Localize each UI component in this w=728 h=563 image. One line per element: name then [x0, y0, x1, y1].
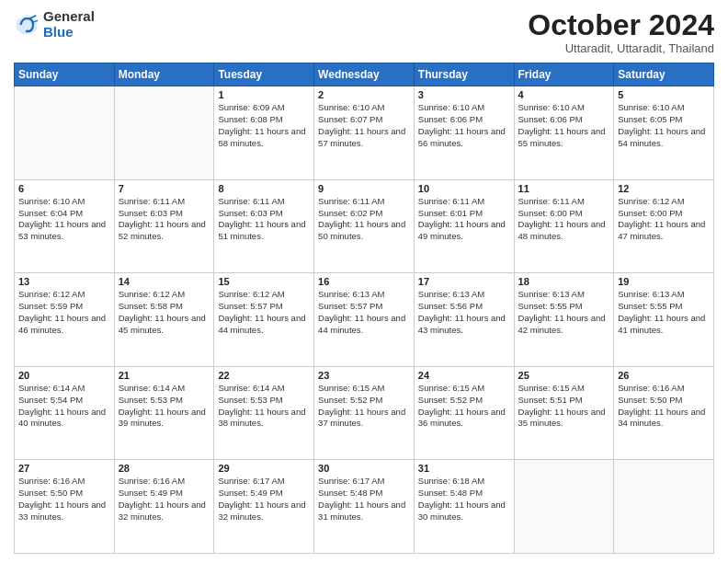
day-number: 25 — [518, 370, 610, 381]
day-info: Sunrise: 6:12 AMSunset: 5:59 PMDaylight:… — [18, 289, 110, 336]
day-number: 12 — [618, 183, 710, 194]
day-number: 28 — [119, 463, 210, 474]
logo-general-text: General — [43, 9, 95, 25]
day-number: 20 — [18, 370, 110, 381]
day-number: 18 — [518, 276, 610, 287]
day-number: 15 — [218, 276, 310, 287]
table-row: 25Sunrise: 6:15 AMSunset: 5:51 PMDayligh… — [514, 366, 614, 460]
day-number: 30 — [318, 463, 410, 474]
day-info: Sunrise: 6:17 AMSunset: 5:48 PMDaylight:… — [318, 476, 410, 523]
table-row: 3Sunrise: 6:10 AMSunset: 6:06 PMDaylight… — [414, 86, 514, 180]
table-row: 27Sunrise: 6:16 AMSunset: 5:50 PMDayligh… — [15, 460, 115, 554]
table-row: 22Sunrise: 6:14 AMSunset: 5:53 PMDayligh… — [214, 366, 314, 460]
header-monday: Monday — [114, 63, 214, 86]
table-row — [614, 460, 714, 554]
calendar-week-row: 27Sunrise: 6:16 AMSunset: 5:50 PMDayligh… — [15, 460, 714, 554]
day-number: 26 — [618, 370, 710, 381]
logo-blue-text: Blue — [43, 25, 95, 40]
table-row: 18Sunrise: 6:13 AMSunset: 5:55 PMDayligh… — [514, 273, 614, 367]
calendar-table: Sunday Monday Tuesday Wednesday Thursday… — [14, 63, 714, 554]
table-row: 4Sunrise: 6:10 AMSunset: 6:06 PMDaylight… — [514, 86, 614, 180]
day-number: 24 — [418, 370, 510, 381]
table-row: 11Sunrise: 6:11 AMSunset: 6:00 PMDayligh… — [514, 179, 614, 273]
table-row: 19Sunrise: 6:13 AMSunset: 5:55 PMDayligh… — [614, 273, 714, 367]
table-row: 23Sunrise: 6:15 AMSunset: 5:52 PMDayligh… — [314, 366, 415, 460]
day-number: 29 — [218, 463, 310, 474]
day-number: 14 — [119, 276, 210, 287]
day-number: 10 — [418, 183, 510, 194]
day-info: Sunrise: 6:10 AMSunset: 6:07 PMDaylight:… — [318, 102, 410, 149]
table-row: 7Sunrise: 6:11 AMSunset: 6:03 PMDaylight… — [114, 179, 214, 273]
day-info: Sunrise: 6:14 AMSunset: 5:54 PMDaylight:… — [18, 383, 110, 430]
day-number: 9 — [318, 183, 410, 194]
table-row: 1Sunrise: 6:09 AMSunset: 6:08 PMDaylight… — [214, 86, 314, 180]
table-row: 8Sunrise: 6:11 AMSunset: 6:03 PMDaylight… — [214, 179, 314, 273]
day-number: 13 — [18, 276, 110, 287]
day-number: 27 — [18, 463, 110, 474]
page: General Blue October 2024 Uttaradit, Utt… — [0, 0, 728, 563]
table-row: 26Sunrise: 6:16 AMSunset: 5:50 PMDayligh… — [614, 366, 714, 460]
table-row — [15, 86, 115, 180]
month-title: October 2024 — [528, 9, 714, 41]
day-info: Sunrise: 6:15 AMSunset: 5:52 PMDaylight:… — [318, 383, 410, 430]
day-number: 7 — [119, 183, 210, 194]
day-info: Sunrise: 6:16 AMSunset: 5:50 PMDaylight:… — [618, 383, 710, 430]
day-info: Sunrise: 6:11 AMSunset: 6:02 PMDaylight:… — [318, 196, 410, 243]
header-sunday: Sunday — [15, 63, 115, 86]
calendar-week-row: 1Sunrise: 6:09 AMSunset: 6:08 PMDaylight… — [15, 86, 714, 180]
table-row: 6Sunrise: 6:10 AMSunset: 6:04 PMDaylight… — [15, 179, 115, 273]
header-friday: Friday — [514, 63, 614, 86]
day-info: Sunrise: 6:09 AMSunset: 6:08 PMDaylight:… — [218, 102, 310, 149]
table-row: 20Sunrise: 6:14 AMSunset: 5:54 PMDayligh… — [15, 366, 115, 460]
day-number: 16 — [318, 276, 410, 287]
day-info: Sunrise: 6:12 AMSunset: 5:57 PMDaylight:… — [218, 289, 310, 336]
day-number: 21 — [119, 370, 210, 381]
day-number: 31 — [418, 463, 510, 474]
day-info: Sunrise: 6:10 AMSunset: 6:05 PMDaylight:… — [618, 102, 710, 149]
table-row: 16Sunrise: 6:13 AMSunset: 5:57 PMDayligh… — [314, 273, 415, 367]
day-number: 6 — [18, 183, 110, 194]
day-info: Sunrise: 6:15 AMSunset: 5:52 PMDaylight:… — [418, 383, 510, 430]
day-info: Sunrise: 6:13 AMSunset: 5:55 PMDaylight:… — [618, 289, 710, 336]
table-row: 17Sunrise: 6:13 AMSunset: 5:56 PMDayligh… — [414, 273, 514, 367]
day-number: 3 — [418, 89, 510, 100]
table-row: 31Sunrise: 6:18 AMSunset: 5:48 PMDayligh… — [414, 460, 514, 554]
day-info: Sunrise: 6:13 AMSunset: 5:55 PMDaylight:… — [518, 289, 610, 336]
table-row: 29Sunrise: 6:17 AMSunset: 5:49 PMDayligh… — [214, 460, 314, 554]
day-info: Sunrise: 6:12 AMSunset: 5:58 PMDaylight:… — [119, 289, 210, 336]
table-row: 21Sunrise: 6:14 AMSunset: 5:53 PMDayligh… — [114, 366, 214, 460]
day-info: Sunrise: 6:11 AMSunset: 6:01 PMDaylight:… — [418, 196, 510, 243]
header: General Blue October 2024 Uttaradit, Utt… — [14, 9, 714, 55]
calendar-week-row: 20Sunrise: 6:14 AMSunset: 5:54 PMDayligh… — [15, 366, 714, 460]
table-row: 5Sunrise: 6:10 AMSunset: 6:05 PMDaylight… — [614, 86, 714, 180]
header-wednesday: Wednesday — [314, 63, 415, 86]
day-info: Sunrise: 6:12 AMSunset: 6:00 PMDaylight:… — [618, 196, 710, 243]
calendar-week-row: 6Sunrise: 6:10 AMSunset: 6:04 PMDaylight… — [15, 179, 714, 273]
day-info: Sunrise: 6:13 AMSunset: 5:56 PMDaylight:… — [418, 289, 510, 336]
table-row: 28Sunrise: 6:16 AMSunset: 5:49 PMDayligh… — [114, 460, 214, 554]
day-number: 2 — [318, 89, 410, 100]
title-area: October 2024 Uttaradit, Uttaradit, Thail… — [528, 9, 714, 55]
day-info: Sunrise: 6:18 AMSunset: 5:48 PMDaylight:… — [418, 476, 510, 523]
day-number: 17 — [418, 276, 510, 287]
table-row: 24Sunrise: 6:15 AMSunset: 5:52 PMDayligh… — [414, 366, 514, 460]
day-info: Sunrise: 6:16 AMSunset: 5:50 PMDaylight:… — [18, 476, 110, 523]
header-saturday: Saturday — [614, 63, 714, 86]
table-row: 13Sunrise: 6:12 AMSunset: 5:59 PMDayligh… — [15, 273, 115, 367]
day-number: 11 — [518, 183, 610, 194]
day-number: 5 — [618, 89, 710, 100]
day-info: Sunrise: 6:10 AMSunset: 6:06 PMDaylight:… — [518, 102, 610, 149]
day-info: Sunrise: 6:10 AMSunset: 6:04 PMDaylight:… — [18, 196, 110, 243]
day-number: 19 — [618, 276, 710, 287]
weekday-header-row: Sunday Monday Tuesday Wednesday Thursday… — [15, 63, 714, 86]
table-row: 12Sunrise: 6:12 AMSunset: 6:00 PMDayligh… — [614, 179, 714, 273]
day-info: Sunrise: 6:14 AMSunset: 5:53 PMDaylight:… — [218, 383, 310, 430]
day-info: Sunrise: 6:10 AMSunset: 6:06 PMDaylight:… — [418, 102, 510, 149]
day-number: 23 — [318, 370, 410, 381]
logo: General Blue — [14, 9, 95, 40]
table-row — [514, 460, 614, 554]
day-info: Sunrise: 6:17 AMSunset: 5:49 PMDaylight:… — [218, 476, 310, 523]
day-info: Sunrise: 6:13 AMSunset: 5:57 PMDaylight:… — [318, 289, 410, 336]
day-info: Sunrise: 6:11 AMSunset: 6:03 PMDaylight:… — [218, 196, 310, 243]
day-info: Sunrise: 6:11 AMSunset: 6:00 PMDaylight:… — [518, 196, 610, 243]
